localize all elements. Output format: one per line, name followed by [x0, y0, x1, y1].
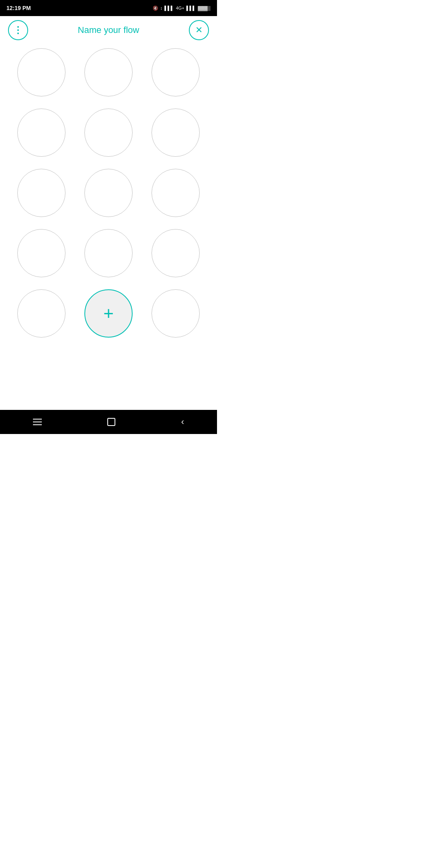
circle-cell-4-1: +	[79, 289, 138, 338]
signal-bars-2-icon: ▌▌▌	[186, 6, 196, 10]
circle-cell-0-0	[12, 48, 71, 96]
flow-circle-4[interactable]	[84, 108, 133, 157]
flow-circle-9[interactable]	[17, 229, 66, 277]
circle-cell-1-2	[146, 108, 205, 157]
flow-circle-5[interactable]	[151, 108, 200, 157]
hamburger-nav-button[interactable]	[33, 419, 42, 425]
add-flow-button[interactable]: +	[84, 289, 133, 338]
flow-circle-1[interactable]	[84, 48, 133, 96]
circle-cell-3-1	[79, 229, 138, 277]
nav-bar: ‹	[0, 410, 217, 434]
status-bar: 12:19 PM 🔇 ↕ ▌▌▌ 4G+ ▌▌▌ ▓▓▓▒	[0, 0, 217, 16]
page-title: Name your flow	[78, 25, 139, 35]
flow-circle-7[interactable]	[84, 169, 133, 217]
header: Name your flow ✕	[0, 16, 217, 44]
status-icons: 🔇 ↕ ▌▌▌ 4G+ ▌▌▌ ▓▓▓▒	[153, 6, 211, 11]
dot-2	[17, 29, 19, 31]
back-nav-button[interactable]: ‹	[181, 417, 184, 427]
battery-icon: ▓▓▓▒	[198, 6, 211, 10]
signal-bars-icon: ▌▌▌	[164, 6, 174, 10]
flow-circle-12[interactable]	[17, 289, 66, 338]
flow-circle-6[interactable]	[17, 169, 66, 217]
flow-circle-13[interactable]	[151, 289, 200, 338]
flow-circle-10[interactable]	[84, 229, 133, 277]
circle-cell-4-2	[146, 289, 205, 338]
flow-circle-8[interactable]	[151, 169, 200, 217]
status-time: 12:19 PM	[6, 5, 31, 11]
flow-circle-3[interactable]	[17, 108, 66, 157]
square-icon	[107, 418, 115, 426]
menu-button[interactable]	[8, 20, 28, 40]
signal-arrows-icon: ↕	[160, 6, 163, 10]
mute-icon: 🔇	[153, 6, 158, 11]
hamburger-icon	[33, 419, 42, 425]
three-dots-icon	[17, 26, 19, 34]
flow-circle-2[interactable]	[151, 48, 200, 96]
circle-cell-0-2	[146, 48, 205, 96]
flow-circle-11[interactable]	[151, 229, 200, 277]
close-icon: ✕	[195, 26, 203, 35]
dot-3	[17, 33, 19, 34]
dot-1	[17, 26, 19, 28]
circle-cell-1-0	[12, 108, 71, 157]
close-button[interactable]: ✕	[189, 20, 209, 40]
circle-cell-4-0	[12, 289, 71, 338]
flow-circle-0[interactable]	[17, 48, 66, 96]
circle-cell-2-1	[79, 169, 138, 217]
circle-cell-0-1	[79, 48, 138, 96]
flow-grid: +	[0, 44, 217, 342]
circle-cell-3-2	[146, 229, 205, 277]
back-arrow-icon: ‹	[181, 417, 184, 427]
circle-cell-3-0	[12, 229, 71, 277]
circle-cell-2-0	[12, 169, 71, 217]
home-nav-button[interactable]	[107, 418, 115, 426]
circle-cell-2-2	[146, 169, 205, 217]
plus-icon: +	[103, 305, 114, 322]
network-type-label: 4G+	[176, 6, 184, 10]
circle-cell-1-1	[79, 108, 138, 157]
